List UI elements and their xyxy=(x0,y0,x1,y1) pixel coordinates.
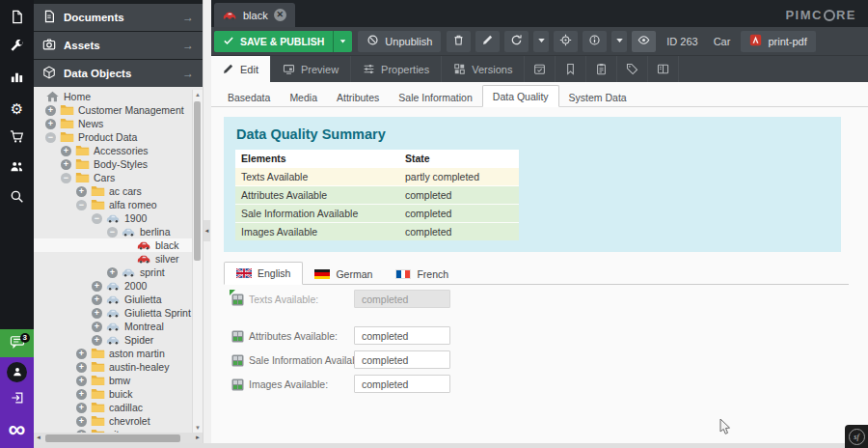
language-tab-german[interactable]: German xyxy=(303,264,384,285)
field-input[interactable] xyxy=(354,350,450,369)
tab-properties[interactable]: Properties xyxy=(351,56,442,83)
expand-icon[interactable]: + xyxy=(76,389,87,400)
tree-horizontal-scrollbar[interactable]: ◄ ► xyxy=(34,433,203,443)
subtab-attributes[interactable]: Attributes xyxy=(327,87,389,107)
tree-item-buick[interactable]: +buick xyxy=(34,387,193,401)
expand-icon[interactable]: + xyxy=(92,294,102,305)
expand-icon[interactable]: + xyxy=(92,308,102,319)
tree-item-2000[interactable]: +2000 xyxy=(34,279,193,293)
collapse-icon[interactable]: − xyxy=(92,213,102,224)
debug-toolbar-button[interactable]: sf xyxy=(845,425,868,448)
subtab-sale-information[interactable]: Sale Information xyxy=(389,87,481,107)
tree-item-austin-healey[interactable]: +austin-healey xyxy=(34,360,193,374)
target-button[interactable] xyxy=(554,31,578,52)
tree-item-silver[interactable]: silver xyxy=(34,252,193,266)
expand-icon[interactable]: + xyxy=(76,376,87,386)
user-menu-button[interactable] xyxy=(0,357,34,386)
field-input[interactable] xyxy=(354,375,450,393)
tree-item-giulietta[interactable]: +Giulietta xyxy=(34,293,193,306)
field-input[interactable] xyxy=(354,290,450,308)
save-publish-split-button[interactable]: SAVE & PUBLISH xyxy=(214,31,352,52)
expand-icon[interactable]: + xyxy=(76,349,87,359)
tree-item-chevrolet[interactable]: +chevrolet xyxy=(34,414,193,428)
info-button[interactable] xyxy=(583,31,607,52)
tree-item-spider[interactable]: +Spider xyxy=(34,333,193,347)
object-tab-black[interactable]: black ✕ xyxy=(214,3,295,27)
tree-item-aston-martin[interactable]: +aston martin xyxy=(34,347,193,360)
tab-bookmark[interactable] xyxy=(556,56,586,83)
subtab-basedata[interactable]: Basedata xyxy=(218,87,280,107)
collapse-panel-handle[interactable]: ◄ xyxy=(203,220,210,241)
expand-icon[interactable]: + xyxy=(76,403,87,413)
tab-calendar-check[interactable] xyxy=(525,56,556,83)
scroll-right-arrow[interactable]: ► xyxy=(193,433,203,443)
tab-clipboard[interactable] xyxy=(586,56,617,83)
collapse-icon[interactable]: − xyxy=(107,227,118,238)
scroll-thumb[interactable] xyxy=(194,101,201,261)
collapse-icon[interactable]: − xyxy=(45,132,56,143)
subtab-system-data[interactable]: System Data xyxy=(559,87,637,107)
pencil-button[interactable] xyxy=(475,31,500,52)
tree-item-news[interactable]: +News xyxy=(34,117,193,130)
print-pdf-button[interactable]: print-pdf xyxy=(741,31,815,52)
rail-search-button[interactable] xyxy=(0,183,34,213)
rail-tools-button[interactable] xyxy=(0,34,34,64)
tree-item-berlina[interactable]: −berlina xyxy=(34,225,193,238)
scroll-left-arrow[interactable]: ◄ xyxy=(34,433,43,443)
rail-documents-button[interactable] xyxy=(0,4,34,34)
field-input[interactable] xyxy=(354,326,450,345)
language-tab-english[interactable]: English xyxy=(224,262,303,285)
expand-icon[interactable]: + xyxy=(45,105,56,116)
tab-versions[interactable]: Versions xyxy=(442,56,525,83)
tree-item-accessories[interactable]: +Accessories xyxy=(34,144,193,157)
close-tab-icon[interactable]: ✕ xyxy=(274,9,286,21)
scroll-thumb[interactable] xyxy=(45,434,180,442)
tree-item-cars[interactable]: −Cars xyxy=(34,171,193,184)
tree-item-giulietta-sprint-specia[interactable]: +Giulietta Sprint Specia xyxy=(34,306,193,320)
language-tab-french[interactable]: French xyxy=(384,264,460,285)
tree-item-cadillac[interactable]: +cadillac xyxy=(34,401,193,414)
expand-icon[interactable]: + xyxy=(76,416,87,427)
tree-item-black[interactable]: black xyxy=(34,238,193,252)
caret-down-button[interactable] xyxy=(533,31,549,52)
logout-button[interactable] xyxy=(0,386,34,412)
collapse-icon[interactable]: − xyxy=(76,200,87,210)
tree-item-sprint[interactable]: +sprint xyxy=(34,266,193,279)
tree-item-home[interactable]: Home xyxy=(34,90,193,103)
scroll-up-arrow[interactable]: ▲ xyxy=(193,90,203,99)
rail-customers-button[interactable] xyxy=(0,154,34,183)
expand-icon[interactable]: + xyxy=(107,267,118,278)
tree-item-product-data[interactable]: −Product Data xyxy=(34,130,193,144)
tree-item-alfa-romeo[interactable]: −alfa romeo xyxy=(34,198,193,211)
tab-book[interactable] xyxy=(648,56,679,83)
expand-icon[interactable]: + xyxy=(76,362,87,373)
notifications-button[interactable]: 3 xyxy=(0,329,34,357)
tab-edit[interactable]: Edit xyxy=(210,56,271,83)
save-options-caret-button[interactable] xyxy=(333,31,352,52)
caret-down-button[interactable] xyxy=(611,31,627,52)
expand-icon[interactable]: + xyxy=(76,186,87,197)
expand-icon[interactable]: + xyxy=(92,335,102,346)
subtab-data-quality[interactable]: Data Quality xyxy=(482,85,559,107)
tree-item-ac-cars[interactable]: +ac cars xyxy=(34,184,193,198)
trash-button[interactable] xyxy=(447,31,471,52)
accordion-header-data-objects[interactable]: Data Objects→ xyxy=(34,60,203,87)
collapse-icon[interactable]: − xyxy=(61,173,71,183)
accordion-header-documents[interactable]: Documents→ xyxy=(34,4,203,31)
refresh-button[interactable] xyxy=(504,31,529,52)
expand-icon[interactable]: + xyxy=(61,159,71,170)
panel-splitter[interactable]: ◄ xyxy=(203,0,211,448)
tree-item-customer-management[interactable]: +Customer Management xyxy=(34,103,193,117)
expand-icon[interactable]: + xyxy=(92,281,102,292)
expand-icon[interactable]: + xyxy=(61,146,71,156)
accordion-header-assets[interactable]: Assets→ xyxy=(34,32,203,59)
tree-item-body-styles[interactable]: +Body-Styles xyxy=(34,157,193,171)
unpublish-button[interactable]: Unpublish xyxy=(358,31,441,52)
eye-button[interactable] xyxy=(632,31,656,52)
expand-icon[interactable]: + xyxy=(45,119,56,129)
save-publish-button[interactable]: SAVE & PUBLISH xyxy=(214,31,333,52)
expand-icon[interactable]: + xyxy=(92,322,102,332)
tab-preview[interactable]: Preview xyxy=(271,56,351,83)
tree-item-1900[interactable]: −1900 xyxy=(34,211,193,225)
tree-vertical-scrollbar[interactable]: ▲ ▼ xyxy=(192,90,203,433)
